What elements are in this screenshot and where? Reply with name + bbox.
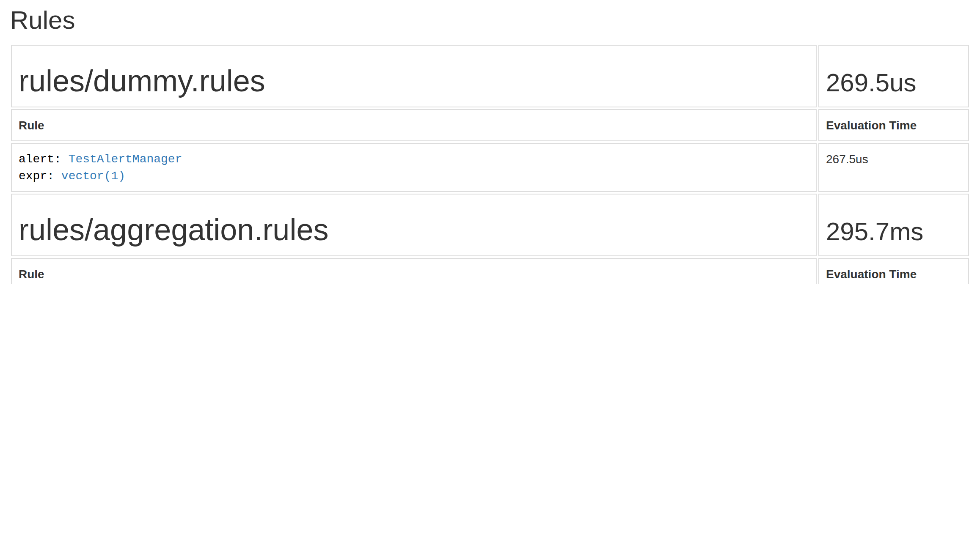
rule-group-name: rules/dummy.rules <box>19 64 809 98</box>
page-title: Rules <box>10 5 980 36</box>
rule-definition-cell: alert: TestAlertManager expr: vector(1) <box>11 143 817 192</box>
rule-column-header: Rule <box>11 109 817 141</box>
evaluation-time-column-header: Evaluation Time <box>818 258 969 284</box>
rule-group-name-cell: rules/dummy.rules <box>11 45 817 107</box>
rule-row: alert: TestAlertManager expr: vector(1)2… <box>11 143 969 192</box>
column-header-row: RuleEvaluation Time <box>11 109 969 141</box>
rule-group-name: rules/aggregation.rules <box>19 213 809 247</box>
page: Rules rules/dummy.rules269.5usRuleEvalua… <box>0 5 980 284</box>
rules-container: Rules rules/dummy.rules269.5usRuleEvalua… <box>0 5 980 284</box>
evaluation-time-column-header: Evaluation Time <box>818 109 969 141</box>
rule-eval-time: 267.5us <box>826 152 868 166</box>
rule-group-eval-time: 295.7ms <box>826 215 961 249</box>
rule-eval-time-cell: 267.5us <box>818 143 969 192</box>
rule-group-eval-time-cell: 295.7ms <box>818 194 969 256</box>
rule-field-label: expr: <box>19 169 61 183</box>
rule-field-label: alert: <box>19 152 69 166</box>
rule-group-eval-time-cell: 269.5us <box>818 45 969 107</box>
rule-expr-link[interactable]: vector(1) <box>61 169 125 183</box>
rule-group-row: rules/aggregation.rules295.7ms <box>11 194 969 256</box>
column-header-row: RuleEvaluation Time <box>11 258 969 284</box>
rule-name-link[interactable]: TestAlertManager <box>69 152 182 166</box>
rule-code: alert: TestAlertManager expr: vector(1) <box>19 151 809 184</box>
rule-column-header: Rule <box>11 258 817 284</box>
rules-table: rules/dummy.rules269.5usRuleEvaluation T… <box>9 43 971 284</box>
rule-group-name-cell: rules/aggregation.rules <box>11 194 817 256</box>
rule-group-eval-time: 269.5us <box>826 66 961 100</box>
rule-group-row: rules/dummy.rules269.5us <box>11 45 969 107</box>
